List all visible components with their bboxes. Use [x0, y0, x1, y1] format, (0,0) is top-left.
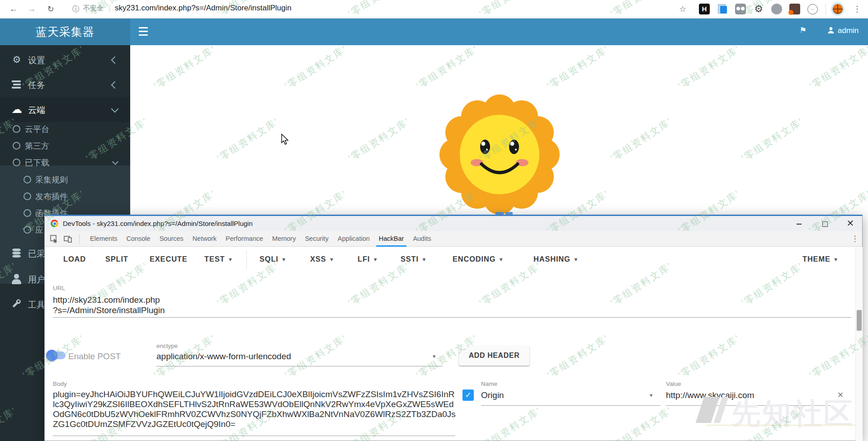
- test-menu[interactable]: TEST▾: [204, 255, 232, 263]
- sidebar-item-cloud[interactable]: ☁ 云端: [0, 97, 130, 122]
- sqli-menu[interactable]: SQLI▾: [259, 255, 286, 263]
- execute-button[interactable]: EXECUTE: [150, 255, 188, 263]
- dropdown-caret-icon: ▾: [500, 256, 503, 263]
- devtools-scrollbar[interactable]: [855, 247, 863, 441]
- dropdown-caret-icon: ▾: [374, 256, 377, 263]
- sidebar-item-settings[interactable]: ⚙ 设置: [0, 47, 130, 72]
- binoculars-extension-icon[interactable]: [735, 4, 746, 14]
- info-icon[interactable]: ⓘ: [72, 5, 80, 14]
- theme-menu[interactable]: THEME▾: [802, 255, 838, 263]
- circle-icon: [13, 159, 20, 166]
- screen: ← → ↻ ⓘ 不安全 | sky231.com/index.php?s=/Ad…: [0, 0, 868, 441]
- url-field-label: URL: [53, 285, 65, 291]
- devtools-title: DevTools - sky231.com/index.php?s=/Admin…: [63, 220, 253, 227]
- device-toolbar-icon[interactable]: [64, 235, 72, 243]
- hashing-menu[interactable]: HASHING▾: [533, 255, 578, 263]
- brackets-extension-icon[interactable]: ⋯: [807, 4, 818, 14]
- circle-icon: [13, 142, 20, 150]
- app-logo[interactable]: 蓝天采集器: [0, 18, 130, 45]
- header-name-underline: [481, 405, 660, 406]
- browser-menu-icon[interactable]: ⋮: [852, 3, 863, 15]
- load-button[interactable]: LOAD: [63, 255, 86, 263]
- sunflower-image: [439, 93, 561, 215]
- body-field-input[interactable]: plugin=eyJhcHAiOiJBYUFhQWEiLCJuYW1lIjoid…: [53, 389, 456, 429]
- add-header-button[interactable]: ADD HEADER: [459, 346, 529, 366]
- sidebar-item-third-party[interactable]: 第三方: [0, 137, 130, 154]
- door-extension-icon[interactable]: [789, 4, 800, 14]
- sidebar-item-tasks[interactable]: 任务: [0, 72, 130, 97]
- enctype-underline: [156, 366, 443, 366]
- bookmark-star-icon[interactable]: ☆: [676, 3, 689, 15]
- mouse-cursor: [281, 134, 289, 145]
- chevron-down-icon: [112, 159, 118, 165]
- devtools-menu-icon[interactable]: ⋮: [850, 234, 859, 244]
- gear-extension-icon[interactable]: ⚙: [753, 4, 764, 14]
- tab-memory[interactable]: Memory: [268, 231, 300, 247]
- tab-application[interactable]: Application: [333, 231, 374, 247]
- tab-elements[interactable]: Elements: [85, 231, 122, 247]
- dropdown-caret-icon: ▾: [433, 353, 436, 360]
- database-icon: [11, 247, 23, 259]
- maximize-button[interactable]: [816, 216, 834, 231]
- devtools-titlebar[interactable]: DevTools - sky231.com/index.php?s=/Admin…: [45, 216, 862, 231]
- toolbar-divider: [246, 250, 247, 269]
- url-text[interactable]: sky231.com/index.php?s=/Admin/Store/inst…: [115, 4, 292, 13]
- pages-extension-icon[interactable]: [717, 4, 728, 14]
- minimize-button[interactable]: [790, 216, 808, 231]
- flag-icon[interactable]: ⚑: [799, 25, 807, 35]
- user-menu[interactable]: admin: [827, 26, 859, 35]
- sidebar-item-collect-rules[interactable]: 采集规则: [0, 171, 130, 188]
- forward-icon[interactable]: →: [25, 3, 38, 15]
- url-field-underline: [53, 317, 851, 318]
- header-enabled-checkbox[interactable]: ✓: [462, 389, 474, 401]
- ssti-menu[interactable]: SSTI▾: [401, 255, 426, 263]
- person-icon: [827, 27, 835, 34]
- lfi-menu[interactable]: LFI▾: [358, 255, 377, 263]
- hackbar-toolbar: LOAD SPLIT EXECUTE TEST▾ SQLI▾ XSS▾ LFI▾…: [45, 247, 856, 274]
- circle-icon: [24, 209, 31, 217]
- sidebar-toggle-icon[interactable]: [136, 26, 151, 38]
- sidebar-item-cloud-platform[interactable]: 云平台: [0, 121, 130, 137]
- sidebar-item-release-plugins[interactable]: 发布插件: [0, 188, 130, 205]
- dropdown-caret-icon: ▾: [330, 256, 333, 263]
- delete-header-icon[interactable]: ×: [835, 389, 846, 401]
- chrome-icon: [51, 220, 58, 227]
- header-value-input[interactable]: http://www.skycaiji.com: [666, 390, 754, 400]
- tabbar-divider: [79, 234, 80, 244]
- circle-icon: [24, 226, 31, 234]
- scrollbar-thumb[interactable]: [857, 310, 862, 331]
- body-field-underline: [53, 436, 455, 436]
- chevron-left-icon: [111, 56, 119, 64]
- header-name-select[interactable]: Origin: [481, 390, 504, 400]
- enable-post-toggle[interactable]: [47, 352, 66, 359]
- tab-network[interactable]: Network: [188, 231, 221, 247]
- header-value-underline: [666, 405, 830, 406]
- circle-icon: [13, 125, 20, 133]
- omnibox-separator: |: [108, 3, 111, 13]
- back-icon[interactable]: ←: [7, 3, 20, 15]
- inspect-element-icon[interactable]: [50, 235, 58, 243]
- split-button[interactable]: SPLIT: [105, 255, 128, 263]
- circle-extension-icon[interactable]: [771, 4, 782, 14]
- circle-icon: [24, 192, 31, 200]
- encoding-menu[interactable]: ENCODING▾: [453, 255, 503, 263]
- security-label: 不安全: [83, 4, 104, 13]
- tab-security[interactable]: Security: [300, 231, 333, 247]
- tab-console[interactable]: Console: [122, 231, 155, 247]
- hackbar-extension-icon[interactable]: H: [699, 4, 710, 14]
- sidebar-item-downloaded[interactable]: 已下载: [0, 154, 130, 171]
- tab-performance[interactable]: Performance: [221, 231, 268, 247]
- profile-avatar[interactable]: [831, 2, 844, 16]
- tab-hackbar[interactable]: HackBar: [374, 231, 409, 247]
- browser-toolbar: ← → ↻ ⓘ 不安全 | sky231.com/index.php?s=/Ad…: [0, 0, 868, 19]
- xss-menu[interactable]: XSS▾: [310, 255, 333, 263]
- close-button[interactable]: ✕: [841, 216, 859, 231]
- dropdown-caret-icon: ▾: [283, 256, 286, 263]
- enctype-select[interactable]: application/x-www-form-urlencoded: [156, 352, 291, 361]
- tab-sources[interactable]: Sources: [155, 231, 188, 247]
- url-field-input[interactable]: http://sky231.com/index.php ?s=/Admin/St…: [53, 295, 165, 315]
- tab-audits[interactable]: Audits: [408, 231, 435, 247]
- toolbar-divider: [826, 3, 826, 15]
- wrench-icon: [11, 298, 23, 310]
- reload-icon[interactable]: ↻: [44, 3, 57, 15]
